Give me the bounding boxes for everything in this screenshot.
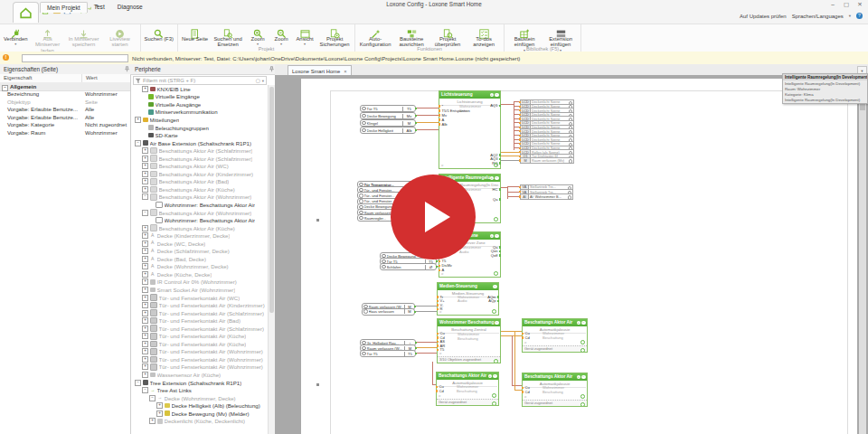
expand-icon[interactable]: + (142, 232, 148, 239)
collapse-icon[interactable]: − (142, 193, 148, 200)
expand-icon[interactable]: + (142, 86, 148, 92)
expand-icon[interactable]: + (142, 163, 148, 169)
tree-item[interactable]: +Wassersensor Air (Küche) (131, 371, 268, 379)
expand-icon[interactable]: + (142, 317, 148, 324)
property-row[interactable]: Vorgabe: RaumWohnzimmer (0, 129, 130, 137)
collapse-icon[interactable]: − (135, 140, 141, 146)
expand-icon[interactable]: + (135, 117, 141, 123)
tree-item[interactable]: +Tür- und Fensterkontakt Air (Wohnzimmer… (131, 355, 268, 363)
expand-icon[interactable]: + (142, 156, 148, 162)
menu-tab-test[interactable]: Test (88, 2, 111, 13)
expand-icon[interactable]: + (142, 363, 148, 370)
expand-icon[interactable]: + (142, 171, 148, 177)
check-updates-link[interactable]: Auf Updates prüfen (740, 14, 787, 19)
canvas-workspace[interactable] (275, 75, 868, 434)
filter-dropdown-icon[interactable]: ▾ (262, 79, 266, 83)
tree-item[interactable]: −→Tree Ast Links (131, 386, 268, 394)
property-row[interactable]: Vorgabe: KategorieNicht zugeordnet (0, 121, 130, 129)
periphery-scrollbar[interactable] (268, 85, 275, 434)
tree-item[interactable]: Miniserverkommunikation (131, 108, 268, 117)
home-button[interactable] (13, 2, 39, 23)
property-row[interactable]: ObjekttypSeite (0, 99, 130, 107)
language-link[interactable]: Sprachen/Languages (792, 14, 844, 19)
ribbon-button-verbinden[interactable]: Verbinden▾ (2, 25, 30, 47)
expand-icon[interactable]: + (156, 402, 163, 409)
ribbon-button-bausteine-ausrichten[interactable]: Bausteine ausrichten (393, 25, 429, 49)
ribbon-button-in-miniserver-speichern[interactable]: In Miniserver speichern (66, 25, 102, 49)
expand-icon[interactable]: + (142, 356, 148, 363)
ribbon-button-ansicht[interactable]: Ansicht▾ (293, 25, 316, 47)
tree-item[interactable]: +ADecke (Küche, Decke) (131, 270, 268, 278)
tree-item[interactable]: +Tür- und Fensterkontakt Air (Schlafzimm… (131, 309, 268, 317)
canvas-vertical-scrollbar[interactable] (859, 76, 866, 434)
expand-icon[interactable]: + (149, 418, 156, 424)
expand-icon[interactable]: + (142, 225, 148, 231)
tree-item[interactable]: +Tür- und Fensterkontakt Air (Wohnzimmer… (131, 363, 268, 372)
ribbon-button-projekt-sicherungen[interactable]: Projekt Sicherungen (316, 25, 353, 49)
language-dropdown-icon[interactable]: ▾ (849, 14, 851, 18)
tree-item[interactable]: +Mitteilungen (131, 116, 268, 124)
tree-item[interactable]: +ADecke (Kinderzimmer, Decke) (131, 231, 268, 240)
tree-item[interactable]: +Tür- und Fensterkontakt Air (Küche) (131, 333, 268, 341)
help-icon[interactable]: ? (856, 13, 863, 19)
tree-item[interactable]: Virtuelle Ausgänge (131, 100, 268, 108)
tree-item[interactable]: +ADecke (Wohnzimmer, Decke) (131, 263, 268, 271)
expand-icon[interactable]: + (142, 341, 148, 347)
collapse-icon[interactable]: − (135, 380, 141, 386)
ribbon-button-projekt-überprüfen[interactable]: Projekt überprüfen (429, 25, 466, 49)
tree-item[interactable]: +Tür- und Fensterkontakt Air (WC) (131, 294, 268, 302)
ribbon-button-aus-miniserver-laden[interactable]: Aus Miniserver laden (30, 25, 66, 54)
expand-icon[interactable]: + (142, 310, 148, 316)
collapse-icon[interactable]: − (149, 395, 156, 401)
property-row[interactable]: Vorgabe: Erlaubte Benutze...Alle (0, 114, 130, 122)
tree-item[interactable]: +Beschattungs Aktor Air (Küche) (131, 185, 268, 193)
tree-item[interactable]: +Tür- und Fensterkontakt Air (Wohnzimmer… (131, 348, 268, 356)
tree-item[interactable]: +ADecke (Schlafzimmer, Decke) (131, 247, 268, 255)
expand-icon[interactable]: + (142, 287, 148, 293)
tree-item[interactable]: +ADecke (WC, Decke) (131, 240, 268, 248)
ribbon-button-zoom[interactable]: Zoom▾ (246, 25, 269, 47)
scrollbar-thumb[interactable] (269, 87, 274, 313)
expand-icon[interactable]: + (142, 248, 148, 254)
tree-item[interactable]: +IR Control Air 0% (Wohnzimmer) (131, 278, 268, 287)
tree-item[interactable]: +Beschattungs Aktor Air (Schlafzimmer) (131, 146, 268, 155)
pin-icon[interactable] (269, 66, 275, 72)
tree-item[interactable]: +Beschattungs Aktor Air (WC) (131, 162, 268, 170)
tab-close-icon[interactable]: × (344, 69, 346, 74)
tree-item[interactable]: +Beschattungs Aktor Air (Schlafzimmer) (131, 155, 268, 163)
filter-input[interactable]: Filtern mit (STRG + F) ◯ ▾ (133, 76, 267, 85)
tree-item[interactable]: +Tür- und Fensterkontakt Air (Schlafzimm… (131, 325, 268, 333)
tree-item[interactable]: +ADecke (Bad, Decke) (131, 255, 268, 263)
ribbon-button-zoom[interactable]: Zoom▾ (269, 25, 293, 47)
tree-item[interactable]: +Smart Socket Air (Wohnzimmer) (131, 286, 268, 294)
tree-item[interactable]: +Tür- und Fensterkontakt Air (Bad) (131, 316, 268, 325)
tree-item[interactable]: −Beschattungs Aktor Air (Wohnzimmer) (131, 209, 268, 217)
minimize-button[interactable]: – (826, 0, 839, 9)
property-row[interactable]: Vorgabe: Erlaubte Benutze...Alle (0, 106, 130, 114)
ribbon-button-suchen-f3-[interactable]: Suchen (F3) (143, 25, 175, 42)
ribbon-button-liveview-starten[interactable]: Liveview starten (102, 25, 138, 49)
collapse-icon[interactable]: − (142, 387, 148, 393)
ribbon-button-suchen-und-ersetzen[interactable]: Suchen und Ersetzen (210, 25, 246, 49)
filter-clear-icon[interactable]: ◯ (256, 79, 262, 83)
tree-item[interactable]: +Tür- und Fensterkontakt Air (Küche) (131, 340, 268, 348)
video-play-button[interactable] (391, 175, 476, 259)
collapse-icon[interactable]: − (142, 210, 148, 216)
expand-icon[interactable]: + (142, 256, 148, 262)
tree-item[interactable]: +Beschattungs Aktor Air (Bad) (131, 178, 268, 186)
tree-item[interactable]: +Beschattungs Aktor Air (Küche) (131, 224, 268, 232)
tree-item[interactable]: +Decke Helligkeit (AIb) (Beleuchtung) (131, 401, 268, 410)
expand-icon[interactable]: + (142, 271, 148, 278)
tree-item[interactable]: −Tree Extension (Schaltschrank R1P1) (131, 379, 268, 387)
expand-icon[interactable]: + (142, 278, 148, 285)
expand-icon[interactable]: + (142, 333, 148, 339)
expand-icon[interactable]: + (142, 302, 148, 308)
maximize-button[interactable]: ▢ (840, 0, 853, 9)
tree-item[interactable]: Wohnzimmer: Beschattungs Aktor Air (131, 201, 268, 209)
tree-item[interactable]: +Beschattungs Aktor Air (Kinderzimmer) (131, 170, 268, 178)
expand-icon[interactable]: + (142, 186, 148, 193)
expand-icon[interactable]: + (142, 263, 148, 269)
expand-icon[interactable]: + (142, 295, 148, 301)
expand-icon[interactable]: + (142, 372, 148, 378)
tree-item[interactable]: SD-Karte (131, 131, 268, 139)
